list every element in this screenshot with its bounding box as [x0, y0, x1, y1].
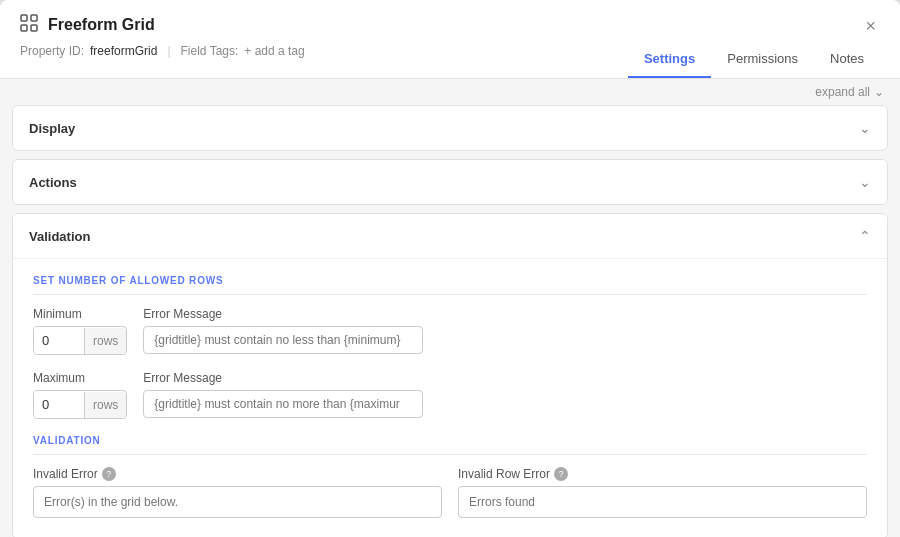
- maximum-input-group: rows: [33, 390, 127, 419]
- allowed-rows-label: SET NUMBER OF ALLOWED ROWS: [33, 275, 867, 295]
- tab-notes[interactable]: Notes: [814, 41, 880, 78]
- maximum-error-field: Error Message: [143, 371, 423, 418]
- meta-row: Property ID: freeformGrid | Field Tags: …: [20, 44, 305, 68]
- maximum-error-input[interactable]: [143, 390, 423, 418]
- validation-subsection: VALIDATION Invalid Error ? Invalid Row E…: [33, 435, 867, 518]
- actions-section-header[interactable]: Actions ⌄: [13, 160, 887, 204]
- expand-all-button[interactable]: expand all ⌄: [815, 85, 884, 99]
- actions-section-title: Actions: [29, 175, 77, 190]
- invalid-row-error-label: Invalid Row Error: [458, 467, 550, 481]
- actions-section: Actions ⌄: [12, 159, 888, 205]
- invalid-error-help-icon[interactable]: ?: [102, 467, 116, 481]
- tabs: Settings Permissions Notes: [628, 41, 880, 78]
- property-id-label: Property ID:: [20, 44, 84, 58]
- minimum-input[interactable]: [34, 327, 84, 354]
- maximum-label: Maximum: [33, 371, 127, 385]
- display-chevron-icon: ⌄: [859, 120, 871, 136]
- modal-title: Freeform Grid: [48, 16, 155, 34]
- property-id-value: freeformGrid: [90, 44, 157, 58]
- validation-section: Validation ⌃ SET NUMBER OF ALLOWED ROWS …: [12, 213, 888, 537]
- tabs-and-close: × Settings Permissions Notes: [628, 14, 880, 78]
- invalid-error-label-row: Invalid Error ?: [33, 467, 442, 481]
- invalid-row-error-label-row: Invalid Row Error ?: [458, 467, 867, 481]
- invalid-error-label: Invalid Error: [33, 467, 98, 481]
- invalid-row-error-input[interactable]: [458, 486, 867, 518]
- minimum-error-label: Error Message: [143, 307, 423, 321]
- maximum-field: Maximum rows: [33, 371, 127, 419]
- minimum-row-group: Minimum rows Error Message: [33, 307, 867, 355]
- close-button[interactable]: ×: [861, 12, 880, 41]
- invalid-row-error-field: Invalid Row Error ?: [458, 467, 867, 518]
- tab-permissions[interactable]: Permissions: [711, 41, 814, 78]
- expand-bar: expand all ⌄: [0, 79, 900, 105]
- display-section-header[interactable]: Display ⌄: [13, 106, 887, 150]
- modal-container: Freeform Grid Property ID: freeformGrid …: [0, 0, 900, 537]
- title-row: Freeform Grid: [20, 14, 305, 36]
- invalid-row-error-help-icon[interactable]: ?: [554, 467, 568, 481]
- validation-section-title: Validation: [29, 229, 90, 244]
- modal-header: Freeform Grid Property ID: freeformGrid …: [0, 0, 900, 79]
- grid-icon: [20, 14, 38, 36]
- invalid-error-input[interactable]: [33, 486, 442, 518]
- validation-error-row: Invalid Error ? Invalid Row Error ?: [33, 467, 867, 518]
- minimum-input-group: rows: [33, 326, 127, 355]
- svg-rect-1: [31, 15, 37, 21]
- add-tag-button[interactable]: + add a tag: [244, 44, 304, 58]
- display-section-title: Display: [29, 121, 75, 136]
- invalid-error-field: Invalid Error ?: [33, 467, 442, 518]
- display-section: Display ⌄: [12, 105, 888, 151]
- minimum-error-input[interactable]: [143, 326, 423, 354]
- minimum-error-field: Error Message: [143, 307, 423, 354]
- svg-rect-3: [31, 25, 37, 31]
- minimum-field: Minimum rows: [33, 307, 127, 355]
- tab-settings[interactable]: Settings: [628, 41, 711, 78]
- svg-rect-0: [21, 15, 27, 21]
- maximum-error-label: Error Message: [143, 371, 423, 385]
- validation-section-header[interactable]: Validation ⌃: [13, 214, 887, 258]
- maximum-suffix: rows: [84, 392, 126, 418]
- validation-section-content: SET NUMBER OF ALLOWED ROWS Minimum rows …: [13, 258, 887, 537]
- validation-subsection-label: VALIDATION: [33, 435, 867, 455]
- modal-body: expand all ⌄ Display ⌄ Actions ⌄ Validat…: [0, 79, 900, 537]
- chevron-expand-icon: ⌄: [874, 85, 884, 99]
- validation-chevron-icon: ⌃: [859, 228, 871, 244]
- maximum-input[interactable]: [34, 391, 84, 418]
- maximum-row-group: Maximum rows Error Message: [33, 371, 867, 419]
- minimum-label: Minimum: [33, 307, 127, 321]
- svg-rect-2: [21, 25, 27, 31]
- actions-chevron-icon: ⌄: [859, 174, 871, 190]
- minimum-suffix: rows: [84, 328, 126, 354]
- header-left: Freeform Grid Property ID: freeformGrid …: [20, 14, 305, 68]
- field-tags-label: Field Tags:: [181, 44, 239, 58]
